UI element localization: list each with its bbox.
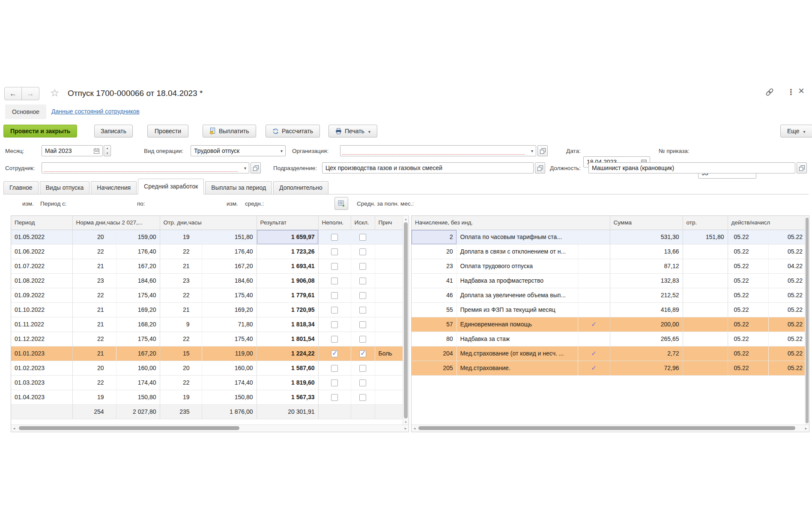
period-cell[interactable]: 01.07.2022 xyxy=(11,259,72,273)
worked-days-cell[interactable]: 22 xyxy=(160,288,202,302)
accrual-sum-cell[interactable]: 72,96 xyxy=(610,361,683,375)
partial-month-cell[interactable] xyxy=(318,259,351,273)
accrual-name-cell[interactable]: Единовременная помощь xyxy=(457,317,578,332)
reason-cell[interactable] xyxy=(375,259,404,273)
checkbox-unchecked[interactable] xyxy=(359,380,366,386)
result-cell[interactable]: 1 587,60 xyxy=(257,361,318,375)
accrual-name-cell[interactable]: Доплата в связи с отклонением от н... xyxy=(457,244,578,259)
checkbox-unchecked[interactable] xyxy=(331,380,338,386)
reason-cell[interactable] xyxy=(375,375,404,390)
checkbox-unchecked[interactable] xyxy=(359,248,366,255)
excluded-cell[interactable] xyxy=(351,361,375,375)
period-cell[interactable]: 01.08.2022 xyxy=(11,273,72,288)
checkbox-unchecked[interactable] xyxy=(359,278,366,284)
col-worked-days-hours[interactable]: Отр. дни,часы xyxy=(160,216,257,230)
accrual-act-cell[interactable]: 05.22 xyxy=(728,288,768,302)
worked-days-cell[interactable]: 20 xyxy=(160,361,202,375)
accrual-accr-cell[interactable]: 05.22 xyxy=(768,273,806,288)
worked-hours-cell[interactable]: 151,80 xyxy=(202,230,257,244)
col-act-accr[interactable]: действ/начисл xyxy=(728,216,806,230)
right-table-vscrollbar[interactable] xyxy=(805,216,809,425)
accrual-otr-cell[interactable] xyxy=(683,244,728,259)
accrual-sum-cell[interactable]: 531,30 xyxy=(610,230,683,244)
checkbox-checked[interactable] xyxy=(331,350,338,357)
norm-days-cell[interactable]: 19 xyxy=(72,390,116,404)
col-otr[interactable]: отр. xyxy=(683,216,728,230)
accrual-code-cell[interactable]: 205 xyxy=(412,361,457,375)
checkbox-unchecked[interactable] xyxy=(359,394,366,401)
partial-month-cell[interactable] xyxy=(318,346,351,361)
accrual-code-cell[interactable]: 46 xyxy=(412,288,457,302)
norm-hours-cell[interactable]: 175,40 xyxy=(116,332,160,346)
accrual-act-cell[interactable]: 05.22 xyxy=(728,346,768,361)
scroll-down-arrow[interactable] xyxy=(403,419,409,425)
scroll-left-arrow[interactable] xyxy=(11,425,17,432)
partial-month-cell[interactable] xyxy=(318,230,351,244)
period-row[interactable]: 01.02.202320160,0020160,001 587,60 xyxy=(11,361,404,375)
right-table-hscrollbar[interactable] xyxy=(412,424,809,432)
period-row[interactable]: 01.11.202221168,20971,801 818,34 xyxy=(11,317,404,332)
chevron-down-icon[interactable] xyxy=(242,163,249,173)
partial-month-cell[interactable] xyxy=(318,361,351,375)
accrual-mark-cell[interactable] xyxy=(578,332,610,346)
excluded-cell[interactable] xyxy=(351,244,375,259)
worked-days-cell[interactable]: 21 xyxy=(160,302,202,317)
accrual-row[interactable]: 80Надбавка за стаж265,6505.2205.22 xyxy=(412,332,806,346)
worked-hours-cell[interactable]: 167,20 xyxy=(202,259,257,273)
accrual-sum-cell[interactable]: 87,12 xyxy=(610,259,683,273)
result-cell[interactable]: 1 567,33 xyxy=(257,390,318,404)
norm-hours-cell[interactable]: 167,20 xyxy=(116,259,160,273)
period-cell[interactable]: 01.06.2022 xyxy=(11,244,72,259)
accrual-sum-cell[interactable]: 13,66 xyxy=(610,244,683,259)
excluded-cell[interactable] xyxy=(351,390,375,404)
worked-hours-cell[interactable]: 150,80 xyxy=(202,390,257,404)
position-open-button[interactable] xyxy=(797,162,807,173)
period-row[interactable]: 01.07.202221167,2021167,201 693,41 xyxy=(11,259,404,273)
result-cell[interactable]: 1 801,54 xyxy=(257,332,318,346)
worked-days-cell[interactable]: 9 xyxy=(160,317,202,332)
accrual-code-cell[interactable]: 204 xyxy=(412,346,457,361)
norm-hours-cell[interactable]: 174,40 xyxy=(116,375,160,390)
chevron-down-icon[interactable] xyxy=(278,146,285,156)
reason-cell[interactable] xyxy=(375,332,404,346)
checkbox-unchecked[interactable] xyxy=(359,234,366,241)
accrual-accr-cell[interactable]: 05.22 xyxy=(768,302,806,317)
norm-hours-cell[interactable]: 159,00 xyxy=(116,230,160,244)
period-row[interactable]: 01.03.202322174,4022174,401 819,60 xyxy=(11,375,404,390)
period-cell[interactable]: 01.01.2023 xyxy=(11,346,72,361)
excluded-cell[interactable] xyxy=(351,230,375,244)
accrual-act-cell[interactable]: 05.22 xyxy=(728,361,768,375)
reason-cell[interactable] xyxy=(375,317,404,332)
period-row[interactable]: 01.12.202222175,4022175,401 801,54 xyxy=(11,332,404,346)
norm-hours-cell[interactable]: 150,80 xyxy=(116,390,160,404)
accrual-row[interactable]: 46Доплата за увеличение объема вып...212… xyxy=(412,288,806,302)
norm-hours-cell[interactable]: 160,00 xyxy=(116,361,160,375)
accrual-sum-cell[interactable]: 416,89 xyxy=(610,302,683,317)
checkbox-unchecked[interactable] xyxy=(331,307,338,314)
col-accrual[interactable]: Начисление, без инд. xyxy=(412,216,610,230)
accrual-code-cell[interactable]: 20 xyxy=(412,244,457,259)
calculate-button[interactable]: Рассчитать xyxy=(266,125,320,137)
accrual-accr-cell[interactable]: 05.22 xyxy=(768,244,806,259)
period-row[interactable]: 01.08.202223184,6023184,601 906,08 xyxy=(11,273,404,288)
norm-hours-cell[interactable]: 184,60 xyxy=(116,273,160,288)
accrual-row[interactable]: 23Оплата трудового отпуска87,1205.2204.2… xyxy=(412,259,806,273)
tab-average-earnings[interactable]: Средний заработок xyxy=(138,179,204,194)
worked-hours-cell[interactable]: 175,40 xyxy=(202,288,257,302)
accrual-act-cell[interactable]: 05.22 xyxy=(728,230,768,244)
accrual-accr-cell[interactable]: 05.22 xyxy=(768,230,806,244)
totals-period-cell[interactable] xyxy=(11,404,72,419)
accrual-otr-cell[interactable] xyxy=(683,259,728,273)
month-spinner[interactable] xyxy=(104,145,111,156)
checkbox-unchecked[interactable] xyxy=(359,365,366,372)
period-cell[interactable]: 01.03.2023 xyxy=(11,375,72,390)
accrual-otr-cell[interactable] xyxy=(683,302,728,317)
accrual-accr-cell[interactable]: 05.22 xyxy=(768,361,806,375)
norm-hours-cell[interactable]: 169,20 xyxy=(116,302,160,317)
norm-days-cell[interactable]: 20 xyxy=(72,230,116,244)
partial-month-cell[interactable] xyxy=(318,390,351,404)
checkbox-unchecked[interactable] xyxy=(359,336,366,343)
get-link-icon[interactable] xyxy=(765,87,774,97)
left-table-hscrollbar[interactable] xyxy=(11,424,409,432)
period-row[interactable]: 01.01.202321167,2015119,001 224,22Боль xyxy=(11,346,404,361)
